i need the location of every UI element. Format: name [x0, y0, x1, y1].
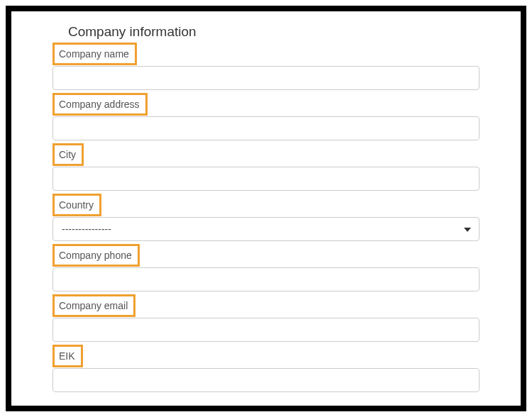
label-highlight: City: [52, 143, 84, 166]
eik-input[interactable]: [52, 368, 480, 392]
company-email-input[interactable]: [52, 318, 480, 342]
field-company-email: Company email: [52, 294, 480, 342]
label-highlight: Company email: [52, 294, 135, 317]
field-country: Country ---------------: [52, 194, 480, 241]
field-company-phone: Company phone: [52, 244, 480, 291]
company-email-label: Company email: [59, 300, 128, 311]
label-highlight: EIK: [52, 345, 83, 367]
city-label: City: [59, 149, 76, 160]
company-phone-input[interactable]: [52, 267, 480, 291]
company-name-label: Company name: [59, 48, 129, 60]
country-label: Country: [59, 199, 94, 211]
company-phone-label: Company phone: [59, 250, 132, 261]
company-address-label: Company address: [59, 99, 140, 110]
company-name-input[interactable]: [52, 66, 480, 90]
label-highlight: Company address: [52, 93, 148, 116]
form-title: Company information: [68, 24, 480, 40]
label-highlight: Company name: [52, 43, 137, 65]
field-city: City: [52, 143, 480, 191]
field-company-name: Company name: [52, 43, 480, 90]
label-highlight: Country: [52, 194, 101, 216]
field-company-address: Company address: [52, 93, 480, 140]
eik-label: EIK: [59, 350, 75, 362]
country-select[interactable]: ---------------: [52, 217, 480, 241]
city-input[interactable]: [52, 167, 480, 191]
label-highlight: Company phone: [52, 244, 140, 267]
field-eik: EIK: [52, 345, 480, 392]
form-container: Company information Company name Company…: [6, 6, 526, 411]
company-address-input[interactable]: [52, 116, 480, 140]
